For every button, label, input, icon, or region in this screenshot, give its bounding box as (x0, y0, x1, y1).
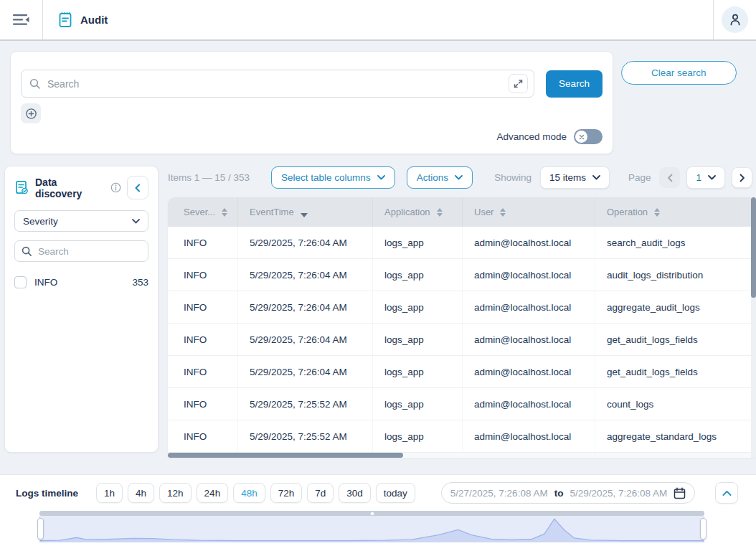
actions-button[interactable]: Actions (407, 166, 473, 189)
column-header-4[interactable]: Operation (595, 197, 756, 227)
facet-list: INFO353 (14, 276, 148, 288)
table-row[interactable]: INFO5/29/2025, 7:26:04 AMlogs_appadmin@l… (168, 324, 756, 356)
range-button-12h[interactable]: 12h (159, 483, 192, 503)
chevron-left-icon (667, 174, 673, 182)
sort-icon (500, 208, 506, 217)
user-avatar[interactable] (722, 6, 748, 33)
range-button-4h[interactable]: 4h (128, 483, 154, 503)
cell-event_time: 5/29/2025, 7:26:04 AM (238, 227, 373, 258)
prev-page-button[interactable] (659, 167, 680, 188)
cell-user: admin@localhost.local (463, 388, 595, 420)
range-to: 5/29/2025, 7:26:08 AM (570, 488, 667, 499)
cell-operation: get_audit_logs_fields (595, 324, 756, 355)
column-header-3[interactable]: User (463, 197, 595, 227)
cell-event_time: 5/29/2025, 7:26:04 AM (238, 259, 373, 291)
page-number-select[interactable]: 1 (686, 166, 725, 189)
data-discovery-panel: Data discovery Severity (4, 166, 159, 453)
cell-application: logs_app (373, 388, 463, 420)
sidebar-toggle-button[interactable] (0, 0, 43, 39)
content-row: Data discovery Severity (0, 154, 756, 458)
clear-search-button[interactable]: Clear search (621, 61, 737, 85)
column-label: Sever... (184, 207, 215, 217)
expand-search-button[interactable] (509, 74, 528, 93)
table-row[interactable]: INFO5/29/2025, 7:26:04 AMlogs_appadmin@l… (168, 227, 756, 259)
search-button[interactable]: Search (546, 70, 603, 98)
audit-table: Sever...EventTimeApplicationUserOperatio… (168, 197, 756, 458)
plus-circle-icon (25, 108, 37, 120)
range-button-48h[interactable]: 48h (233, 483, 265, 503)
cell-operation: audit_logs_distribution (595, 259, 756, 291)
add-filter-button[interactable] (21, 103, 41, 123)
collapse-timeline-button[interactable] (715, 482, 738, 504)
chevron-up-icon (722, 490, 732, 496)
table-row[interactable]: INFO5/29/2025, 7:26:04 AMlogs_appadmin@l… (168, 291, 756, 324)
select-columns-button[interactable]: Select table columns (271, 166, 395, 189)
range-button-1h[interactable]: 1h (96, 483, 123, 503)
cell-user: admin@localhost.local (463, 291, 595, 323)
range-button-72h[interactable]: 72h (270, 483, 303, 503)
brush-handle-right[interactable] (700, 518, 707, 540)
table-row[interactable]: INFO5/29/2025, 7:26:04 AMlogs_appadmin@l… (168, 356, 756, 388)
cell-event_time: 5/29/2025, 7:26:04 AM (238, 291, 373, 323)
column-label: User (474, 207, 493, 217)
cell-application: logs_app (373, 420, 463, 452)
category-select[interactable]: Severity (14, 210, 148, 232)
column-header-1[interactable]: EventTime (238, 197, 373, 227)
next-page-button[interactable] (732, 167, 752, 188)
expand-icon (514, 79, 523, 88)
range-button-24h[interactable]: 24h (197, 483, 229, 503)
column-header-0[interactable]: Sever... (168, 197, 238, 227)
cell-severity: INFO (168, 420, 238, 452)
facet-search-input[interactable] (38, 246, 141, 257)
timeline-scroll-handle[interactable] (370, 512, 374, 515)
search-input[interactable] (47, 78, 502, 90)
column-label: EventTime (250, 207, 294, 217)
cell-user: admin@localhost.local (463, 259, 595, 291)
cell-operation: aggregate_standard_logs (595, 420, 756, 452)
date-range-picker[interactable]: 5/27/2025, 7:26:08 AM to 5/29/2025, 7:26… (441, 482, 695, 504)
data-discovery-icon (14, 180, 29, 195)
page-size-select[interactable]: 15 items (540, 166, 610, 189)
sort-icon (654, 208, 660, 217)
cell-event_time: 5/29/2025, 7:26:04 AM (238, 356, 373, 387)
facet-label: INFO (34, 277, 57, 288)
advanced-mode-label: Advanced mode (496, 131, 567, 142)
range-buttons: 1h4h12h24h48h72h7d30dtoday (96, 483, 415, 503)
timeline-scroll-track[interactable] (39, 511, 704, 516)
data-discovery-title: Data discovery (35, 176, 105, 199)
calendar-icon (674, 487, 686, 499)
info-icon[interactable] (110, 182, 121, 193)
collapse-panel-button[interactable] (127, 176, 148, 199)
vertical-scrollbar-thumb[interactable] (751, 197, 756, 298)
facet-search-wrap (14, 240, 148, 262)
chevron-left-icon (133, 183, 141, 193)
horizontal-scrollbar-thumb[interactable] (168, 453, 403, 458)
cell-application: logs_app (373, 291, 463, 323)
range-button-today[interactable]: today (376, 483, 415, 503)
cell-user: admin@localhost.local (463, 324, 595, 355)
table-row[interactable]: INFO5/29/2025, 7:25:52 AMlogs_appadmin@l… (168, 420, 756, 453)
chevron-down-icon (132, 219, 140, 224)
advanced-mode-toggle[interactable] (574, 129, 603, 144)
table-row[interactable]: INFO5/29/2025, 7:26:04 AMlogs_appadmin@l… (168, 259, 756, 291)
cell-operation: get_audit_logs_fields (595, 356, 756, 387)
cell-event_time: 5/29/2025, 7:25:52 AM (238, 388, 373, 420)
logs-timeline-panel: Logs timeline 1h4h12h24h48h72h7d30dtoday… (0, 474, 756, 551)
range-to-label: to (554, 488, 564, 499)
range-button-30d[interactable]: 30d (339, 483, 371, 503)
toggle-knob (575, 131, 587, 143)
cell-operation: aggregate_audit_logs (595, 291, 756, 323)
cell-severity: INFO (168, 356, 238, 387)
horizontal-scrollbar (168, 453, 756, 458)
profile-zone (713, 0, 756, 39)
brush-handle-left[interactable] (37, 518, 44, 540)
facet-checkbox[interactable] (14, 276, 27, 288)
timeline-brush-area[interactable] (39, 516, 704, 542)
table-row[interactable]: INFO5/29/2025, 7:25:52 AMlogs_appadmin@l… (168, 388, 756, 420)
search-card: Search Advanced mode (10, 51, 613, 154)
column-header-2[interactable]: Application (373, 197, 463, 227)
range-button-7d[interactable]: 7d (307, 483, 334, 503)
cell-user: admin@localhost.local (463, 420, 595, 452)
cell-severity: INFO (168, 324, 238, 355)
facet-row: INFO353 (14, 276, 148, 288)
